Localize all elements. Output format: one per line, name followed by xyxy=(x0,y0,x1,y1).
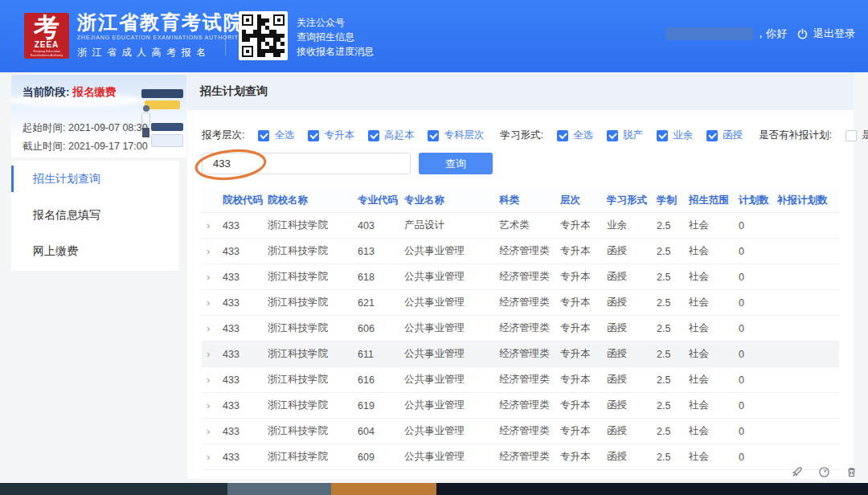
checked-checkbox-icon[interactable] xyxy=(308,130,319,141)
org-name-en: ZHEJIANG EDUCATION EXAMINATIONS AUTHORIT… xyxy=(77,34,244,42)
power-icon[interactable] xyxy=(796,28,809,40)
filter-checkbox-全选[interactable]: 全选 xyxy=(258,129,294,142)
active-indicator xyxy=(11,166,14,192)
table-cell: 公共事业管理 xyxy=(404,373,499,387)
stage-card: 当前阶段:报名缴费 起始时间: 2021-09-07 08:30 截止时间: 2… xyxy=(11,75,186,158)
rocket-icon[interactable] xyxy=(791,466,803,478)
table-cell: 2.5 xyxy=(657,400,689,411)
org-subtitle: 浙江省成人高考报名 xyxy=(77,46,244,59)
table-cell: 经济管理类 xyxy=(499,296,560,309)
table-row: ›433浙江科技学院609公共事业管理经济管理类专升本函授2.5社会0 xyxy=(202,444,839,470)
bottom-bar-segment xyxy=(331,483,436,495)
expand-row-icon[interactable]: › xyxy=(202,399,223,411)
table-cell: 函授 xyxy=(607,347,657,361)
filter-checkbox-业余[interactable]: 业余 xyxy=(657,129,693,142)
filter-checkbox-专科层次[interactable]: 专科层次 xyxy=(428,129,484,142)
end-time: 截止时间: 2021-09-17 17:00 xyxy=(23,137,148,156)
expand-row-icon[interactable]: › xyxy=(202,271,223,283)
expand-row-icon[interactable]: › xyxy=(202,219,223,231)
table-cell: 社会 xyxy=(689,296,739,309)
table-cell: 社会 xyxy=(689,373,739,387)
table-cell: 函授 xyxy=(607,270,657,284)
filter-checkbox-脱产[interactable]: 脱产 xyxy=(607,129,643,142)
filter-checkbox-函授[interactable]: 函授 xyxy=(706,129,743,142)
checked-checkbox-icon[interactable] xyxy=(657,130,668,141)
checkbox-label: 专升本 xyxy=(324,129,354,142)
table-cell: 专升本 xyxy=(560,347,607,361)
filter-checkbox-专升本[interactable]: 专升本 xyxy=(308,129,354,142)
table-cell: 611 xyxy=(358,349,404,360)
checked-checkbox-icon[interactable] xyxy=(368,130,379,141)
stage-times: 起始时间: 2021-09-07 08:30 截止时间: 2021-09-17 … xyxy=(23,119,148,156)
qr-code xyxy=(239,11,288,60)
checked-checkbox-icon[interactable] xyxy=(258,130,269,141)
username-redacted xyxy=(666,27,753,40)
table-cell: 433 xyxy=(223,272,268,283)
table-cell: 函授 xyxy=(607,244,657,258)
expand-row-icon[interactable]: › xyxy=(202,322,223,334)
table-cell: 业余 xyxy=(607,219,657,232)
table-cell: 0 xyxy=(739,426,777,437)
table-cell: 2.5 xyxy=(657,220,689,231)
current-stage: 当前阶段:报名缴费 xyxy=(23,85,117,100)
expand-row-icon[interactable]: › xyxy=(202,374,223,386)
table-cell: 616 xyxy=(358,374,404,386)
table-row: ›433浙江科技学院613公共事业管理经济管理类专升本函授2.5社会0 xyxy=(202,239,839,264)
floating-tools xyxy=(791,466,858,478)
table-cell: 621 xyxy=(358,297,404,309)
table-cell: 专升本 xyxy=(560,424,607,438)
checked-checkbox-icon[interactable] xyxy=(557,130,568,141)
speedometer-icon[interactable] xyxy=(818,466,830,478)
filter-checkbox-全选[interactable]: 全选 xyxy=(557,129,593,142)
unchecked-checkbox-icon[interactable] xyxy=(845,130,857,141)
table-cell: 433 xyxy=(223,400,268,411)
table-cell: 专升本 xyxy=(560,270,607,284)
expand-row-icon[interactable]: › xyxy=(202,425,223,437)
table-cell: 2.5 xyxy=(657,246,689,257)
expand-row-icon[interactable]: › xyxy=(202,297,223,309)
table-cell: 604 xyxy=(358,426,404,437)
table-cell: 浙江科技学院 xyxy=(268,399,358,412)
table-cell: 0 xyxy=(739,220,777,231)
table-cell: 浙江科技学院 xyxy=(268,244,358,258)
sidebar-item-网上缴费[interactable]: 网上缴费 xyxy=(11,233,179,269)
table-cell: 社会 xyxy=(689,450,739,464)
table-cell: 专升本 xyxy=(560,399,607,412)
checked-checkbox-icon[interactable] xyxy=(607,130,618,141)
column-header: 科类 xyxy=(499,194,560,207)
expand-row-icon[interactable]: › xyxy=(202,348,223,360)
org-title-block: 浙江省教育考试院 ZHEJIANG EDUCATION EXAMINATIONS… xyxy=(77,11,244,59)
table-cell: 专升本 xyxy=(560,321,607,335)
query-button[interactable]: 查询 xyxy=(419,153,493,174)
table-row: ›433浙江科技学院606公共事业管理经济管理类专升本函授2.5社会0 xyxy=(202,316,839,342)
school-code-input[interactable] xyxy=(202,153,411,174)
table-cell: 433 xyxy=(223,426,268,437)
sidebar-menu: 招生计划查询报名信息填写网上缴费 xyxy=(11,161,179,271)
bottom-edge-bar xyxy=(0,483,868,495)
org-name: 浙江省教育考试院 xyxy=(77,11,244,34)
logout-button[interactable]: 退出登录 xyxy=(813,27,855,41)
column-header: 专业代码 xyxy=(358,194,404,207)
filter-checkbox-高起本[interactable]: 高起本 xyxy=(368,129,415,142)
table-row: ›433浙江科技学院604公共事业管理经济管理类专升本函授2.5社会0 xyxy=(202,419,839,444)
table-cell: 433 xyxy=(223,452,268,463)
table-cell: 经济管理类 xyxy=(499,270,560,284)
table-cell: 433 xyxy=(223,246,268,257)
qr-caption-line: 查询招生信息 xyxy=(297,30,374,44)
header-divider xyxy=(225,17,226,55)
trash-icon[interactable] xyxy=(845,466,858,478)
table-cell: 2.5 xyxy=(657,349,689,360)
sidebar-item-报名信息填写[interactable]: 报名信息填写 xyxy=(11,197,179,233)
user-area: ，你好 退出登录 xyxy=(666,27,855,41)
expand-row-icon[interactable]: › xyxy=(202,245,223,257)
filter-checkbox-是[interactable]: 是 xyxy=(845,129,868,142)
table-row: ›433浙江科技学院403产品设计艺术类专升本业余2.5社会0 xyxy=(202,213,839,239)
study-filter-label: 学习形式: xyxy=(500,129,542,142)
checked-checkbox-icon[interactable] xyxy=(706,130,718,141)
table-cell: 0 xyxy=(739,246,777,257)
sidebar-item-招生计划查询[interactable]: 招生计划查询 xyxy=(11,161,179,197)
expand-row-icon[interactable]: › xyxy=(202,451,223,463)
table-cell: 专升本 xyxy=(560,373,607,387)
table-cell: 函授 xyxy=(607,424,657,438)
checked-checkbox-icon[interactable] xyxy=(428,130,439,141)
